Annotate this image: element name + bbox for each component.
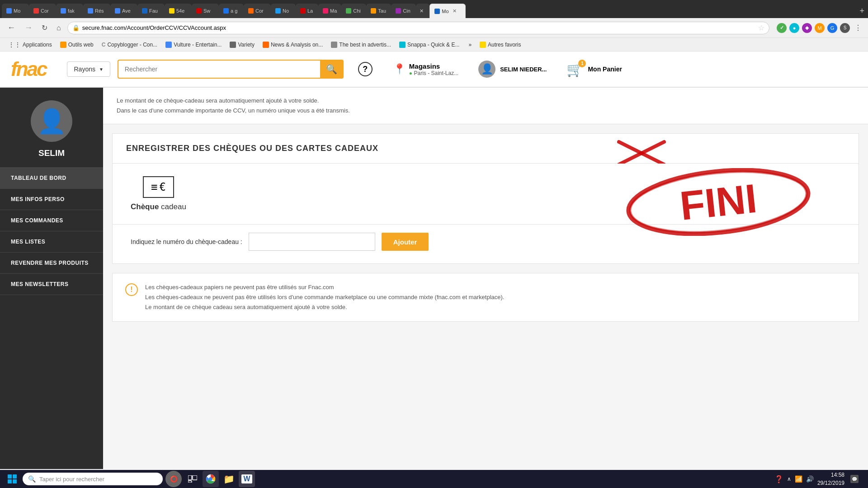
svg-text:FINI: FINI bbox=[678, 176, 759, 229]
sidebar-item-listes[interactable]: MES LISTES bbox=[0, 231, 103, 253]
cart-badge: 1 bbox=[578, 60, 586, 67]
tab-cor[interactable]: Cor bbox=[29, 4, 56, 18]
back-button[interactable]: ← bbox=[5, 21, 18, 34]
word-taskbar-icon[interactable]: W bbox=[239, 471, 255, 487]
chrome-icon bbox=[206, 474, 216, 484]
task-view-icon bbox=[188, 475, 197, 483]
user-avatar-browser[interactable]: S bbox=[840, 23, 850, 33]
user-menu[interactable]: 👤 SELIM NIEDER... bbox=[472, 61, 553, 78]
user-name-label: SELIM NIEDER... bbox=[500, 66, 547, 73]
taskbar-search-box[interactable]: 🔍 Taper ici pour rechercher bbox=[23, 473, 163, 485]
bookmarks-bar: ⋮⋮ Applications Outils web C Copyblogger… bbox=[0, 38, 868, 52]
start-button[interactable] bbox=[4, 471, 21, 487]
home-button[interactable]: ⌂ bbox=[54, 22, 64, 34]
tab-bar: Mo Cor fak Rés Ave Fau bbox=[0, 0, 868, 18]
tab-fak[interactable]: fak bbox=[56, 4, 83, 18]
warning-text-3: Le montant de ce chèque cadeau sera auto… bbox=[145, 302, 504, 312]
tab-res[interactable]: Rés bbox=[83, 4, 110, 18]
tab-cor2[interactable]: Cor bbox=[244, 4, 271, 18]
main-content: Le montant de ce chèque-cadeau sera auto… bbox=[103, 88, 868, 469]
svg-rect-8 bbox=[13, 479, 17, 483]
bookmark-bestadv[interactable]: The best in advertis... bbox=[327, 41, 395, 49]
sidebar-avatar-section: 👤 SELIM bbox=[0, 88, 103, 167]
tab-fau[interactable]: Fau bbox=[137, 4, 165, 18]
sidebar-item-newsletters[interactable]: MES NEWSLETTERS bbox=[0, 274, 103, 295]
sidebar-item-revendre[interactable]: REVENDRE MES PRODUITS bbox=[0, 253, 103, 274]
new-tab-button[interactable]: + bbox=[856, 4, 868, 18]
cortana-button[interactable]: ⭕ bbox=[165, 471, 182, 487]
warning-text-1: Les chèques-cadeaux papiers ne peuvent p… bbox=[145, 282, 504, 292]
store-pin-icon: 📍 bbox=[393, 63, 406, 75]
ajouter-button[interactable]: Ajouter bbox=[382, 233, 429, 251]
tab-sw[interactable]: Sw bbox=[192, 4, 219, 18]
help-circle-icon: ? bbox=[358, 62, 373, 76]
notification-icon: 💬 bbox=[850, 475, 859, 483]
tab-chi[interactable]: Chi bbox=[341, 4, 366, 18]
tab-tau[interactable]: Tau bbox=[366, 4, 391, 18]
taskbar-search-icon: 🔍 bbox=[28, 475, 36, 483]
svg-rect-10 bbox=[193, 475, 197, 480]
task-view-button[interactable] bbox=[184, 471, 201, 487]
search-bar: 🔍 bbox=[118, 60, 344, 79]
sidebar-item-tableau[interactable]: TABLEAU DE BORD bbox=[0, 168, 103, 189]
extension-icon-2[interactable]: ● bbox=[789, 23, 799, 33]
bookmarks-more[interactable]: » bbox=[466, 41, 474, 49]
bookmark-apps[interactable]: ⋮⋮ Applications bbox=[5, 40, 56, 49]
tab-54e[interactable]: 54e bbox=[165, 4, 192, 18]
lock-icon: 🔒 bbox=[72, 24, 80, 31]
tab-ma[interactable]: Ma bbox=[318, 4, 341, 18]
warning-text-2: Les chèques-cadeaux ne peuvent pas être … bbox=[145, 292, 504, 302]
files-taskbar-icon[interactable]: 📁 bbox=[221, 471, 237, 487]
bookmark-star-icon[interactable]: ☆ bbox=[758, 23, 764, 32]
svg-rect-11 bbox=[188, 481, 192, 483]
search-button[interactable]: 🔍 bbox=[320, 60, 344, 79]
page: fnac Rayons ▼ 🔍 ? 📍 Magasins ● Paris - S… bbox=[0, 52, 868, 469]
forward-button[interactable]: → bbox=[22, 21, 35, 34]
store-selector[interactable]: 📍 Magasins ● Paris - Saint-Laz... bbox=[387, 62, 465, 76]
tab-no[interactable]: No bbox=[271, 4, 296, 18]
reload-button[interactable]: ↻ bbox=[39, 22, 50, 34]
section-title: ENREGISTRER DES CHÈQUES OU DES CARTES CA… bbox=[126, 144, 845, 153]
search-input[interactable] bbox=[118, 60, 320, 79]
bookmark-copyblogger[interactable]: C Copyblogger - Con... bbox=[98, 41, 161, 49]
menu-button[interactable]: ⋮ bbox=[853, 23, 863, 32]
tab-active-mo[interactable]: Mo ✕ bbox=[429, 4, 466, 18]
form-row: Indiquez le numéro du chèque-cadeau : Aj… bbox=[113, 224, 859, 263]
tray-network-icon[interactable]: 📶 bbox=[795, 475, 802, 483]
cart-label: Mon Panier bbox=[588, 66, 622, 73]
address-input[interactable] bbox=[82, 24, 755, 31]
bookmark-snappa[interactable]: Snappa - Quick & E... bbox=[396, 41, 463, 49]
extension-icon-5[interactable]: G bbox=[827, 23, 837, 33]
svg-rect-9 bbox=[188, 475, 192, 480]
sidebar-item-commandes[interactable]: MES COMMANDES bbox=[0, 210, 103, 231]
tab-mo[interactable]: Mo bbox=[2, 4, 29, 18]
info-box: Le montant de ce chèque-cadeau sera auto… bbox=[103, 88, 868, 124]
sidebar-item-infos[interactable]: MES INFOS PERSO bbox=[0, 189, 103, 210]
chrome-taskbar-icon[interactable] bbox=[203, 471, 219, 487]
tray-chevron-icon[interactable]: ∧ bbox=[787, 476, 791, 482]
bookmark-autres[interactable]: Autres favoris bbox=[476, 41, 524, 49]
tray-help-icon[interactable]: ❓ bbox=[774, 475, 783, 483]
gift-number-input[interactable] bbox=[249, 233, 375, 251]
bookmark-news[interactable]: News & Analysis on... bbox=[259, 41, 326, 49]
tab-ag[interactable]: a g bbox=[219, 4, 244, 18]
tab-close-btn[interactable]: ✕ bbox=[416, 4, 429, 18]
extension-icon-4[interactable]: M bbox=[815, 23, 825, 33]
warning-section: ! Les chèques-cadeaux papiers ne peuvent… bbox=[112, 273, 859, 322]
tray-volume-icon[interactable]: 🔊 bbox=[806, 475, 814, 483]
rays-dropdown[interactable]: Rayons ▼ bbox=[67, 61, 110, 77]
help-button[interactable]: ? bbox=[351, 58, 380, 80]
notifications-button[interactable]: 💬 bbox=[848, 471, 861, 487]
tab-ave[interactable]: Ave bbox=[110, 4, 137, 18]
bookmark-outils[interactable]: Outils web bbox=[57, 41, 97, 49]
tab-cin[interactable]: Cin bbox=[391, 4, 416, 18]
fnac-logo[interactable]: fnac bbox=[11, 58, 46, 80]
tab-la[interactable]: La bbox=[296, 4, 318, 18]
bookmark-vulture[interactable]: Vulture - Entertain... bbox=[162, 41, 225, 49]
extension-icon-3[interactable]: ◆ bbox=[802, 23, 812, 33]
cart-button[interactable]: 🛒 1 Mon Panier bbox=[560, 61, 628, 77]
svg-rect-5 bbox=[8, 474, 12, 479]
bookmark-variety[interactable]: Variety bbox=[226, 41, 258, 49]
user-avatar-icon: 👤 bbox=[478, 61, 495, 78]
extension-icon-1[interactable]: ✓ bbox=[777, 23, 787, 33]
